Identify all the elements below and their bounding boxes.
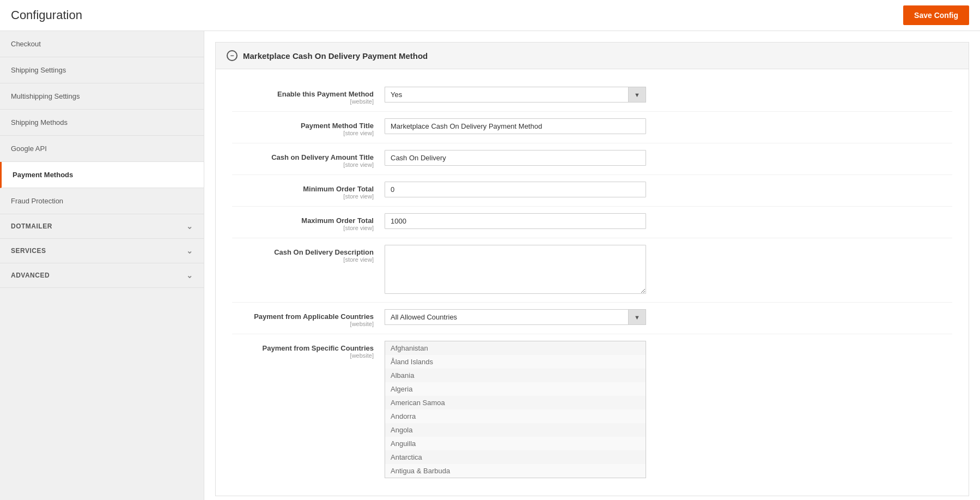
- chevron-down-icon: ⌄: [186, 246, 193, 255]
- cod-desc-label: Cash On Delivery Description [store view…: [232, 245, 385, 263]
- form-row-cod-amount: Cash on Delivery Amount Title [store vie…: [232, 143, 952, 175]
- chevron-down-icon: ⌄: [186, 222, 193, 231]
- max-order-label: Maximum Order Total [store view]: [232, 213, 385, 231]
- sidebar-section-services[interactable]: SERVICES ⌄: [0, 239, 204, 263]
- form-row-payment-title: Payment Method Title [store view]: [232, 112, 952, 143]
- country-listbox[interactable]: AfghanistanÅland IslandsAlbaniaAlgeriaAm…: [385, 341, 646, 478]
- sidebar-item-shipping-methods[interactable]: Shipping Methods: [0, 110, 204, 136]
- specific-countries-control: AfghanistanÅland IslandsAlbaniaAlgeriaAm…: [385, 341, 646, 478]
- sidebar-item-shipping-settings[interactable]: Shipping Settings: [0, 57, 204, 83]
- sidebar-section-advanced[interactable]: ADVANCED ⌄: [0, 263, 204, 288]
- section-header[interactable]: − Marketplace Cash On Delivery Payment M…: [216, 43, 969, 69]
- list-item[interactable]: Antigua & Barbuda: [385, 464, 646, 478]
- list-item[interactable]: Antarctica: [385, 450, 646, 464]
- sidebar: Checkout Shipping Settings Multishipping…: [0, 31, 204, 500]
- list-item[interactable]: Andorra: [385, 409, 646, 423]
- cod-desc-control: [385, 245, 646, 296]
- config-section-cod: − Marketplace Cash On Delivery Payment M…: [215, 42, 969, 496]
- payment-title-control: [385, 118, 646, 134]
- applicable-countries-select[interactable]: All Allowed Countries Specific Countries: [385, 310, 628, 324]
- applicable-countries-control: All Allowed Countries Specific Countries…: [385, 309, 646, 325]
- sidebar-item-fraud-protection[interactable]: Fraud Protection: [0, 188, 204, 214]
- form-row-cod-desc: Cash On Delivery Description [store view…: [232, 238, 952, 303]
- list-item[interactable]: Algeria: [385, 382, 646, 396]
- form-row-min-order: Minimum Order Total [store view]: [232, 175, 952, 207]
- applicable-countries-select-wrap: All Allowed Countries Specific Countries…: [385, 309, 646, 325]
- enable-select[interactable]: Yes No: [385, 87, 628, 102]
- select-arrow-icon: ▼: [628, 310, 646, 324]
- list-item[interactable]: Åland Islands: [385, 355, 646, 369]
- sidebar-item-multishipping-settings[interactable]: Multishipping Settings: [0, 83, 204, 110]
- chevron-down-icon: ⌄: [186, 271, 193, 280]
- applicable-countries-label: Payment from Applicable Countries [websi…: [232, 309, 385, 327]
- min-order-input[interactable]: [385, 182, 646, 197]
- min-order-label: Minimum Order Total [store view]: [232, 182, 385, 200]
- sidebar-section-dotmailer[interactable]: DOTMAILER ⌄: [0, 214, 204, 239]
- form-row-specific-countries: Payment from Specific Countries [website…: [232, 334, 952, 485]
- list-item[interactable]: Angola: [385, 423, 646, 437]
- min-order-control: [385, 182, 646, 197]
- cod-amount-label: Cash on Delivery Amount Title [store vie…: [232, 150, 385, 168]
- form-row-enable: Enable this Payment Method [website] Yes…: [232, 80, 952, 112]
- cod-amount-input[interactable]: [385, 150, 646, 166]
- sidebar-item-checkout[interactable]: Checkout: [0, 31, 204, 57]
- enable-label: Enable this Payment Method [website]: [232, 87, 385, 105]
- list-item[interactable]: Albania: [385, 369, 646, 382]
- sidebar-item-google-api[interactable]: Google API: [0, 136, 204, 162]
- select-arrow-icon: ▼: [628, 87, 646, 102]
- main-layout: Checkout Shipping Settings Multishipping…: [0, 31, 980, 500]
- form-row-applicable-countries: Payment from Applicable Countries [websi…: [232, 303, 952, 334]
- list-item[interactable]: Afghanistan: [385, 341, 646, 355]
- cod-desc-textarea[interactable]: [385, 245, 646, 294]
- section-title: Marketplace Cash On Delivery Payment Met…: [243, 51, 428, 61]
- max-order-control: [385, 213, 646, 229]
- collapse-icon[interactable]: −: [227, 50, 238, 61]
- payment-title-label: Payment Method Title [store view]: [232, 118, 385, 136]
- page-title: Configuration: [11, 8, 82, 22]
- page-header: Configuration Save Config: [0, 0, 980, 31]
- enable-select-wrap: Yes No ▼: [385, 87, 646, 103]
- enable-control: Yes No ▼: [385, 87, 646, 103]
- sidebar-item-payment-methods[interactable]: Payment Methods: [0, 162, 204, 188]
- list-item[interactable]: American Samoa: [385, 396, 646, 409]
- max-order-input[interactable]: [385, 213, 646, 229]
- main-content: − Marketplace Cash On Delivery Payment M…: [204, 31, 980, 500]
- cod-amount-control: [385, 150, 646, 166]
- save-config-button[interactable]: Save Config: [903, 5, 969, 25]
- form-row-max-order: Maximum Order Total [store view]: [232, 207, 952, 238]
- specific-countries-label: Payment from Specific Countries [website…: [232, 341, 385, 359]
- list-item[interactable]: Anguilla: [385, 437, 646, 450]
- payment-title-input[interactable]: [385, 118, 646, 134]
- form-table: Enable this Payment Method [website] Yes…: [216, 69, 969, 496]
